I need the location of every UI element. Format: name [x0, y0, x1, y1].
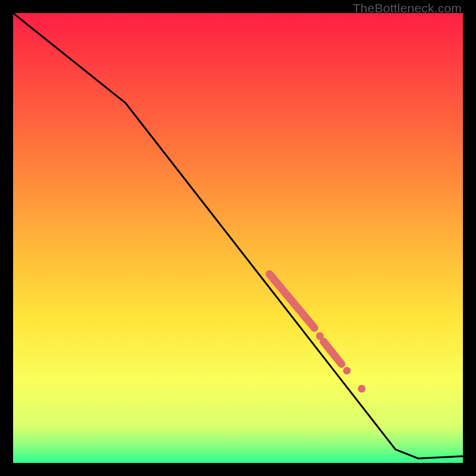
highlight-dot — [316, 332, 324, 340]
watermark-text: TheBottleneck.com — [353, 1, 462, 15]
highlight-dot — [358, 385, 365, 393]
gradient-background — [13, 13, 463, 463]
highlight-dot — [343, 367, 351, 375]
chart-frame — [13, 13, 463, 463]
chart-plot — [13, 13, 463, 463]
